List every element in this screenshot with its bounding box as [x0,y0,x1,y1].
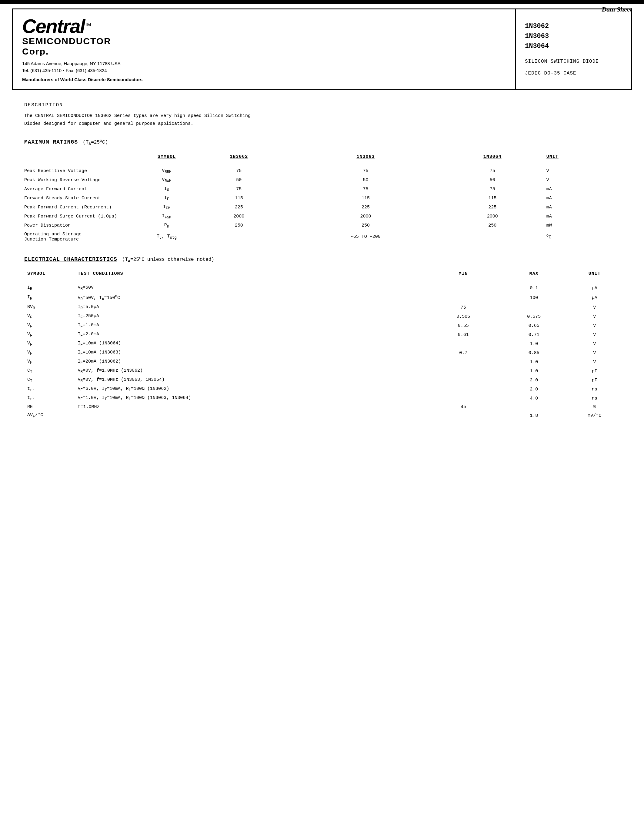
row-val3: 75 [441,185,543,194]
elec-max: 4.0 [499,394,569,403]
row-val1: 75 [188,167,290,176]
elec-symbol: IR [24,283,75,293]
row-desc: Peak Repetitive Voltage [24,167,145,176]
row-desc: Forward Steady-State Current [24,194,145,203]
row-val3: 225 [441,203,543,212]
table-row: VF IF=20mA (1N3062) – 1.0 V [24,357,620,367]
elec-symbol: VF [24,348,75,357]
elec-min: 0.505 [428,312,499,321]
header-box: CentralTM SemiConductor Corp. 145 Adams … [12,8,632,90]
elec-temp: (TA=25oC unless otherwise noted) [122,256,214,264]
elec-min [428,411,499,420]
row-val2: 250 [290,221,441,230]
row-desc: Power Dissipation [24,221,145,230]
elec-unit: mV/°C [569,411,620,420]
row-unit: mA [543,185,620,194]
elec-header: ELECTRICAL CHARACTERISTICS (TA=25oC unle… [24,256,620,264]
row-val2: 50 [290,176,441,185]
elec-symbol: VF [24,330,75,339]
elec-unit: pF [569,376,620,385]
row-unit: mW [543,221,620,230]
max-ratings-title: MAXIMUM RATINGS [24,139,78,145]
elec-th-min: MIN [428,269,499,280]
part-numbers: 1N3062 1N3063 1N3064 [525,21,549,51]
elec-symbol: IR [24,293,75,303]
elec-min: – [428,357,499,367]
elec-unit: µA [569,293,620,303]
elec-condition: IF=250µA [75,312,428,321]
row-symbol: VRRM [145,167,188,176]
elec-max: 0.575 [499,312,569,321]
row-val2: 225 [290,203,441,212]
elec-min: 45 [428,403,499,411]
elec-symbol: VF [24,339,75,348]
elec-unit: pF [569,367,620,376]
table-row: ΔVF/°C 1.8 mV/°C [24,411,620,420]
elec-unit: V [569,357,620,367]
elec-symbol: VF [24,312,75,321]
elec-unit: V [569,321,620,330]
row-val1: 75 [188,185,290,194]
table-row: Average Forward Current IO 75 75 75 mA [24,185,620,194]
spacer-row [24,164,620,167]
elec-unit: ns [569,394,620,403]
elec-condition [75,411,428,420]
elec-symbol: CT [24,376,75,385]
row-unit: mA [543,212,620,221]
elec-max: 1.8 [499,411,569,420]
max-ratings-temp: (TA=25oC) [83,138,108,146]
elec-max: 100 [499,293,569,303]
table-row: Peak Repetitive Voltage VRRM 75 75 75 V [24,167,620,176]
row-val1: 225 [188,203,290,212]
header-right: 1N3062 1N3063 1N3064 SILICON SWITCHING D… [516,10,631,89]
table-row: Peak Forward Current (Recurrent) IFM 225… [24,203,620,212]
elec-min [428,385,499,394]
spacer-row [24,280,620,283]
elec-condition: VR=0V, f=1.0MHz (1N3063, 1N3064) [75,376,428,385]
part-number-3: 1N3064 [525,41,549,51]
table-row: trr VF=6.0V, If=10mA, RL=100Ω (1N3062) 2… [24,385,620,394]
ratings-th-1n3063: 1N3063 [290,152,441,164]
table-row: VF IF=250µA 0.505 0.575 V [24,312,620,321]
elec-condition: VR=50V [75,283,428,293]
row-desc: Peak Working Reverse Voltage [24,176,145,185]
part-number-1: 1N3062 [525,21,549,31]
elec-th-max: MAX [499,269,569,280]
part-description: SILICON SWITCHING DIODE JEDEC DO-35 CASE [525,57,599,78]
elec-unit: ns [569,385,620,394]
row-val3: 250 [441,221,543,230]
table-row: Peak Working Reverse Voltage VRWM 50 50 … [24,176,620,185]
address-line1: 145 Adams Avenue, Hauppauge, NY 11788 US… [22,60,506,67]
header-address: 145 Adams Avenue, Hauppauge, NY 11788 US… [22,60,506,74]
elec-max [499,403,569,411]
elec-min: 0.7 [428,348,499,357]
table-row: Operating and StorageJunction Temperatur… [24,230,620,244]
row-val3: 2000 [441,212,543,221]
row-symbol: IO [145,185,188,194]
elec-symbol: BVR [24,303,75,312]
elec-max: 1.0 [499,339,569,348]
row-val3 [441,230,543,244]
row-unit: V [543,176,620,185]
manufacturers-label: Manufacturers of World Class Discrete Se… [22,77,506,82]
datasheet-label: Data Sheet [602,5,632,13]
row-val1 [188,230,290,244]
ratings-th-symbol: SYMBOL [145,152,188,164]
elec-condition: f=1.0MHz [75,403,428,411]
table-row: trr VF=1.0V, If=10mA, RL=100Ω (1N3063, 1… [24,394,620,403]
company-logo: CentralTM SemiConductor Corp. [22,17,506,57]
part-desc-type: SILICON SWITCHING DIODE [525,57,599,66]
elec-symbol: trr [24,394,75,403]
ratings-th-desc [24,152,145,164]
elec-condition: VF=6.0V, If=10mA, RL=100Ω (1N3062) [75,385,428,394]
header-left: CentralTM SemiConductor Corp. 145 Adams … [13,10,516,89]
elec-unit: V [569,348,620,357]
elec-symbol: VF [24,321,75,330]
table-row: Power Dissipation PD 250 250 250 mW [24,221,620,230]
elec-max: 0.71 [499,330,569,339]
row-val2: 115 [290,194,441,203]
table-row: Forward Steady-State Current IF 115 115 … [24,194,620,203]
elec-min [428,394,499,403]
table-row: VF IF=10mA (1N3063) 0.7 0.85 V [24,348,620,357]
logo-tm: TM [85,22,91,27]
